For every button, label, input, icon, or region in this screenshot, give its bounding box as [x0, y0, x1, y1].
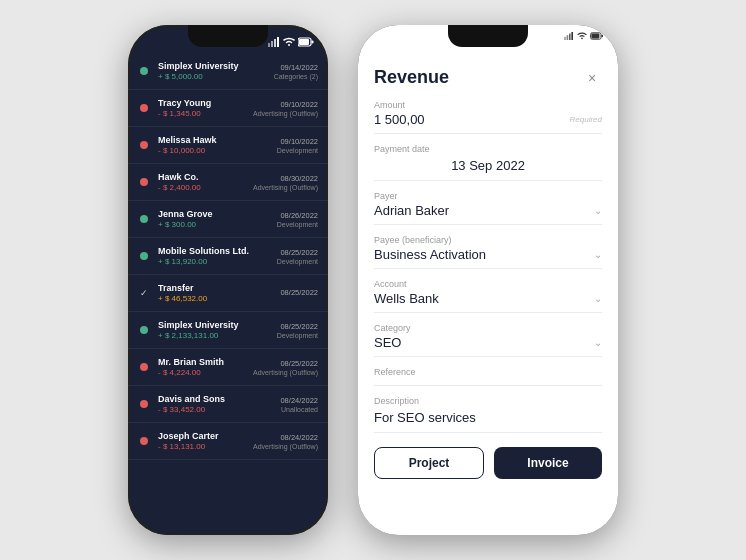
table-row[interactable]: Davis and Sons- $ 33,452.0008/24/2022Una…	[128, 386, 328, 423]
description-value[interactable]: For SEO services	[374, 410, 476, 425]
revenue-title: Revenue	[374, 67, 449, 88]
tx-name: Transfer	[158, 283, 276, 293]
account-field: Account Wells Bank ⌄	[374, 279, 602, 313]
svg-rect-1	[271, 41, 273, 47]
svg-rect-5	[312, 41, 314, 44]
tx-category: Advertising (Outflow)	[253, 443, 318, 450]
tx-status-icon	[136, 215, 152, 223]
payment-date-center: 13 Sep 2022	[374, 156, 602, 174]
left-phone: Simplex University+ $ 5,000.0009/14/2022…	[128, 25, 328, 535]
description-field: Description For SEO services	[374, 396, 602, 433]
tx-name: Davis and Sons	[158, 394, 276, 404]
table-row[interactable]: Hawk Co.- $ 2,400.0008/30/2022Advertisin…	[128, 164, 328, 201]
payment-date-field: Payment date 13 Sep 2022	[374, 144, 602, 181]
tx-status-icon	[136, 326, 152, 334]
tx-info: Transfer+ $ 46,532.00	[158, 283, 276, 303]
tx-name: Melissa Hawk	[158, 135, 273, 145]
reference-label: Reference	[374, 367, 602, 377]
tx-info: Simplex University+ $ 2,133,131.00	[158, 320, 273, 340]
tx-meta: 08/25/2022Advertising (Outflow)	[253, 359, 318, 376]
tx-category: Development	[277, 258, 318, 265]
category-row[interactable]: SEO ⌄	[374, 335, 602, 350]
tx-status-icon	[136, 437, 152, 445]
tx-meta: 08/25/2022	[280, 288, 318, 298]
category-label: Category	[374, 323, 602, 333]
tx-name: Simplex University	[158, 61, 270, 71]
tx-name: Mobile Solutions Ltd.	[158, 246, 273, 256]
tx-category: Unallocated	[280, 406, 318, 413]
svg-rect-12	[601, 35, 603, 37]
tx-date: 09/10/2022	[277, 137, 318, 146]
left-status-icons	[268, 37, 314, 47]
category-chevron: ⌄	[594, 337, 602, 348]
svg-rect-9	[569, 34, 571, 40]
tx-meta: 08/25/2022Development	[277, 322, 318, 339]
bottom-buttons: Project Invoice	[374, 447, 602, 479]
svg-rect-2	[274, 39, 276, 47]
invoice-button[interactable]: Invoice	[494, 447, 602, 479]
revenue-panel: Revenue × Amount 1 500,00 Required Payme…	[358, 53, 618, 535]
reference-field: Reference	[374, 367, 602, 386]
tx-date: 08/26/2022	[277, 211, 318, 220]
tx-amount: + $ 2,133,131.00	[158, 331, 273, 340]
signal-icon	[268, 37, 280, 47]
svg-rect-7	[564, 37, 566, 40]
tx-meta: 08/30/2022Advertising (Outflow)	[253, 174, 318, 191]
payer-value: Adrian Baker	[374, 203, 449, 218]
tx-category: Categories (2)	[274, 73, 318, 80]
table-row[interactable]: Simplex University+ $ 5,000.0009/14/2022…	[128, 53, 328, 90]
amount-value[interactable]: 1 500,00	[374, 112, 425, 127]
tx-meta: 08/25/2022Development	[277, 248, 318, 265]
tx-category: Advertising (Outflow)	[253, 369, 318, 376]
table-row[interactable]: Melissa Hawk- $ 10,000.0009/10/2022Devel…	[128, 127, 328, 164]
svg-rect-0	[268, 43, 270, 47]
tx-amount: - $ 1,345.00	[158, 109, 249, 118]
tx-info: Mr. Brian Smith- $ 4,224.00	[158, 357, 249, 377]
svg-rect-13	[591, 34, 599, 39]
right-phone: 15:02	[358, 25, 618, 535]
table-row[interactable]: Jenna Grove+ $ 300.0008/26/2022Developme…	[128, 201, 328, 238]
tx-date: 08/25/2022	[277, 322, 318, 331]
table-row[interactable]: Simplex University+ $ 2,133,131.0008/25/…	[128, 312, 328, 349]
tx-info: Mobile Solutions Ltd.+ $ 13,920.00	[158, 246, 273, 266]
tx-category: Advertising (Outflow)	[253, 110, 318, 117]
category-value: SEO	[374, 335, 401, 350]
amount-required: Required	[570, 115, 602, 124]
project-button[interactable]: Project	[374, 447, 484, 479]
tx-status-icon	[136, 178, 152, 186]
tx-date: 09/10/2022	[253, 100, 318, 109]
table-row[interactable]: Mobile Solutions Ltd.+ $ 13,920.0008/25/…	[128, 238, 328, 275]
battery-icon	[298, 37, 314, 47]
payee-label: Payee (beneficiary)	[374, 235, 602, 245]
tx-amount: - $ 13,131.00	[158, 442, 249, 451]
tx-date: 08/25/2022	[277, 248, 318, 257]
tx-amount: + $ 300.00	[158, 220, 273, 229]
tx-info: Joseph Carter- $ 13,131.00	[158, 431, 249, 451]
close-button[interactable]: ×	[582, 68, 602, 88]
payee-row[interactable]: Business Activation ⌄	[374, 247, 602, 262]
tx-info: Hawk Co.- $ 2,400.00	[158, 172, 249, 192]
payee-field: Payee (beneficiary) Business Activation …	[374, 235, 602, 269]
tx-meta: 09/10/2022Development	[277, 137, 318, 154]
tx-status-icon	[136, 400, 152, 408]
tx-date: 09/14/2022	[274, 63, 318, 72]
tx-name: Jenna Grove	[158, 209, 273, 219]
tx-date: 08/25/2022	[280, 288, 318, 297]
table-row[interactable]: Joseph Carter- $ 13,131.0008/24/2022Adve…	[128, 423, 328, 460]
tx-date: 08/24/2022	[253, 433, 318, 442]
right-wifi-icon	[577, 32, 587, 40]
table-row[interactable]: Tracy Young- $ 1,345.0009/10/2022Adverti…	[128, 90, 328, 127]
transaction-list: Simplex University+ $ 5,000.0009/14/2022…	[128, 53, 328, 535]
tx-meta: 08/24/2022Unallocated	[280, 396, 318, 413]
payment-date-value[interactable]: 13 Sep 2022	[451, 158, 525, 173]
wifi-icon	[283, 37, 295, 47]
amount-label: Amount	[374, 100, 602, 110]
table-row[interactable]: ✓Transfer+ $ 46,532.0008/25/2022	[128, 275, 328, 312]
table-row[interactable]: Mr. Brian Smith- $ 4,224.0008/25/2022Adv…	[128, 349, 328, 386]
svg-rect-3	[277, 37, 279, 47]
revenue-header: Revenue ×	[374, 67, 602, 88]
tx-status-icon	[136, 363, 152, 371]
tx-amount: - $ 10,000.00	[158, 146, 273, 155]
payer-row[interactable]: Adrian Baker ⌄	[374, 203, 602, 218]
account-row[interactable]: Wells Bank ⌄	[374, 291, 602, 306]
